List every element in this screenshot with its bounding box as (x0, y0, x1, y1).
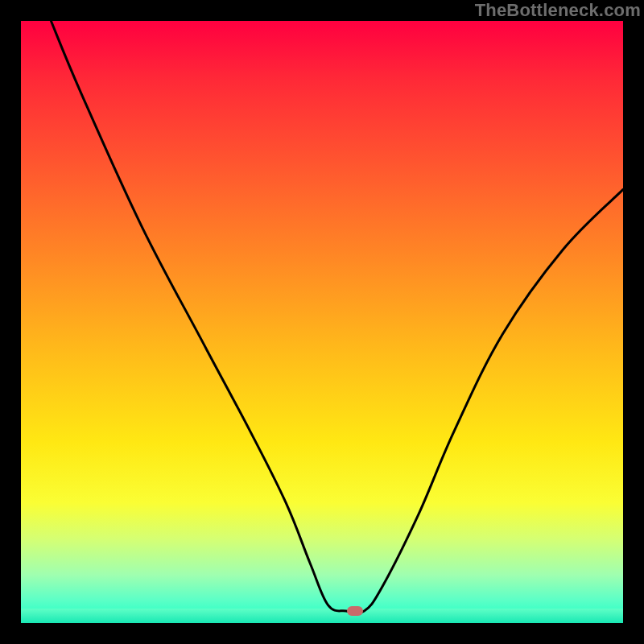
curve-svg (21, 21, 623, 623)
plot-area (21, 21, 623, 623)
bottleneck-chart: TheBottleneck.com (0, 0, 644, 644)
watermark-text: TheBottleneck.com (475, 0, 641, 21)
bottleneck-curve-line (51, 21, 623, 613)
optimal-marker (347, 606, 363, 616)
